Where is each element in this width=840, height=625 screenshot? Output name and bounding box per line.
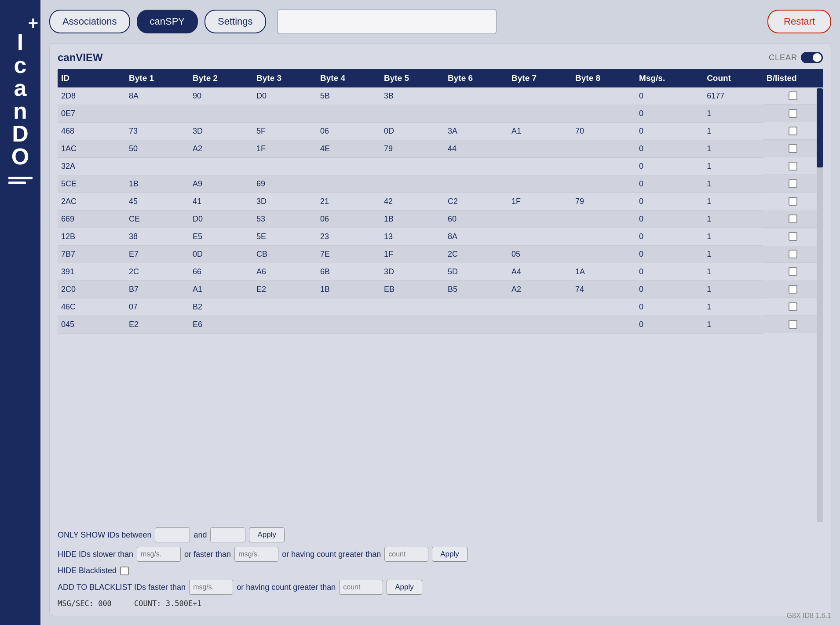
col-header-byte2: Byte 2 (189, 69, 253, 87)
settings-button[interactable]: Settings (205, 10, 266, 33)
cell-row10-col9: 0 (635, 263, 703, 281)
blacklist-checkbox[interactable] (789, 214, 797, 223)
cell-row12-col6 (444, 298, 508, 316)
table-row: 2AC45413D2142C21F7901 (58, 193, 823, 211)
table-row: 46C07B201 (58, 298, 823, 316)
cell-row9-col7: 05 (508, 246, 572, 263)
only-show-label: ONLY SHOW IDs between (58, 531, 151, 540)
cell-row9-col2: 0D (189, 246, 253, 263)
blacklist-checkbox[interactable] (789, 320, 797, 329)
blacklist-checkbox[interactable] (789, 127, 797, 135)
filter-row-1: ONLY SHOW IDs between and Apply (58, 527, 823, 542)
cell-row5-col6 (444, 175, 508, 193)
id-to-input[interactable] (210, 527, 245, 542)
blacklist-checkbox[interactable] (789, 232, 797, 241)
cell-row12-checkbox (763, 298, 823, 316)
clear-toggle[interactable] (801, 52, 823, 63)
cell-row2-col7: A1 (508, 123, 572, 140)
cell-row10-checkbox (763, 263, 823, 280)
panel-title: canVIEW (58, 51, 103, 64)
apply-button-1[interactable]: Apply (249, 527, 285, 542)
cell-row2-col9: 0 (635, 123, 703, 140)
canspy-button[interactable]: canSPY (137, 10, 198, 33)
cell-row9-col6: 2C (444, 246, 508, 263)
clear-section: CLEAR (769, 52, 823, 63)
blacklist-checkbox[interactable] (789, 285, 797, 294)
count-greater-input-2[interactable] (339, 580, 383, 595)
cell-row13-col3 (253, 316, 317, 334)
blacklist-checkbox[interactable] (789, 179, 797, 188)
blacklist-checkbox[interactable] (789, 267, 797, 276)
cell-row1-col3 (253, 105, 317, 123)
cell-row5-col9: 0 (635, 175, 703, 193)
blacklist-checkbox[interactable] (789, 91, 797, 100)
cell-row12-col0: 46C (58, 298, 125, 316)
main-container: Associations canSPY Settings Restart can… (40, 0, 840, 625)
scrollbar-thumb[interactable] (817, 88, 823, 167)
table-row: 669CED053061B6001 (58, 211, 823, 228)
cell-row1-col2 (189, 105, 253, 123)
cell-row13-col9: 0 (635, 316, 703, 334)
cell-row12-col7 (508, 298, 572, 316)
cell-row3-col8 (572, 140, 635, 158)
cell-row8-col6: 8A (444, 228, 508, 246)
blacklist-checkbox[interactable] (789, 144, 797, 153)
apply-button-3[interactable]: Apply (387, 580, 422, 595)
cell-row4-col9: 0 (635, 158, 703, 175)
table-header-row: ID Byte 1 Byte 2 Byte 3 Byte 4 Byte 5 By… (58, 69, 823, 87)
blacklist-faster-input[interactable] (189, 580, 233, 595)
cell-row7-col2: D0 (189, 211, 253, 228)
blacklist-checkbox[interactable] (789, 302, 797, 311)
cell-row0-col5: 3B (380, 87, 444, 105)
cell-row10-col8: 1A (572, 263, 635, 281)
cell-row6-col10: 1 (703, 193, 763, 211)
col-header-id: ID (58, 69, 125, 87)
data-table: ID Byte 1 Byte 2 Byte 3 Byte 4 Byte 5 By… (58, 69, 823, 334)
cell-row4-col7 (508, 158, 572, 175)
restart-button[interactable]: Restart (767, 10, 831, 33)
table-row: 2C0B7A1E21BEBB5A27401 (58, 281, 823, 298)
cell-row4-col10: 1 (703, 158, 763, 175)
table-container: ID Byte 1 Byte 2 Byte 3 Byte 4 Byte 5 By… (58, 69, 823, 522)
blacklist-checkbox[interactable] (789, 162, 797, 171)
cell-row13-checkbox (763, 316, 823, 333)
blacklist-checkbox[interactable] (789, 250, 797, 258)
cell-row3-col7 (508, 140, 572, 158)
cell-row8-col3: 5E (253, 228, 317, 246)
logo-plus: + (28, 13, 38, 33)
count-value: 3.500E+1 (166, 599, 202, 608)
filter-section: ONLY SHOW IDs between and Apply HIDE IDs… (58, 527, 823, 595)
cell-row7-col1: CE (125, 211, 189, 228)
table-row: 045E2E601 (58, 316, 823, 334)
search-box[interactable] (277, 9, 497, 34)
top-bar: Associations canSPY Settings Restart (49, 9, 831, 34)
cell-row9-col3: CB (253, 246, 317, 263)
slower-than-input[interactable] (137, 547, 181, 562)
col-header-byte5: Byte 5 (380, 69, 444, 87)
scrollbar-track[interactable] (817, 88, 823, 522)
apply-button-2[interactable]: Apply (432, 547, 467, 562)
cell-row11-col9: 0 (635, 281, 703, 298)
col-header-byte7: Byte 7 (508, 69, 572, 87)
blacklist-checkbox[interactable] (789, 197, 797, 206)
cell-row7-checkbox (763, 211, 823, 228)
col-header-byte4: Byte 4 (317, 69, 380, 87)
associations-button[interactable]: Associations (49, 10, 130, 33)
count-greater-input-1[interactable] (384, 547, 428, 562)
blacklist-checkbox[interactable] (789, 109, 797, 118)
cell-row7-col8 (572, 211, 635, 228)
cell-row8-col1: 38 (125, 228, 189, 246)
cell-row13-col5 (380, 316, 444, 334)
cell-row1-col7 (508, 105, 572, 123)
cell-row11-col5: EB (380, 281, 444, 298)
cell-row8-col4: 23 (317, 228, 380, 246)
cell-row13-col1: E2 (125, 316, 189, 334)
cell-row8-col2: E5 (189, 228, 253, 246)
cell-row2-col5: 0D (380, 123, 444, 140)
cell-row11-col6: B5 (444, 281, 508, 298)
toggle-knob (813, 53, 822, 62)
cell-row2-col4: 06 (317, 123, 380, 140)
id-from-input[interactable] (155, 527, 190, 542)
faster-than-input[interactable] (234, 547, 278, 562)
hide-blacklisted-checkbox[interactable] (120, 567, 129, 575)
